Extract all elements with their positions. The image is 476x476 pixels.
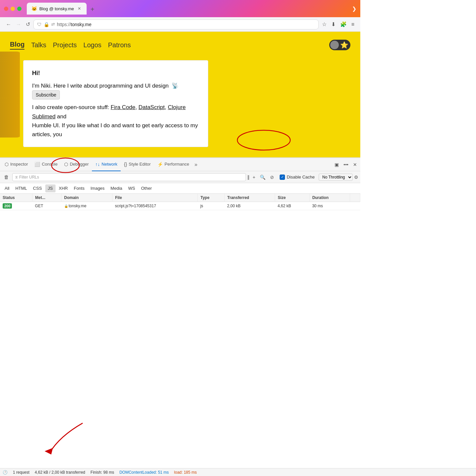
filter-tabs-bar: All HTML CSS JS XHR Fonts Images Media W… [0,183,360,194]
tab-console[interactable]: ⬜ Console [31,158,61,171]
filter-images[interactable]: Images [88,184,107,192]
col-domain: Domain [61,194,112,202]
intro-line1: I'm Niki. Here I write about programming… [32,81,199,100]
debugger-label: Debugger [70,162,89,167]
url-domain: tonsky.me [71,22,92,27]
col-extra [350,194,360,202]
col-file: File [112,194,198,202]
cell-extra [350,202,360,210]
page-nav: Blog Talks Projects Logos Patrons ⭐ [0,32,360,50]
network-table-container: Status Met... Domain File Type Transferr… [0,194,360,210]
forward-button[interactable]: → [15,20,22,29]
performance-icon: ⚡ [157,162,163,167]
cell-transferred: 2,00 kB [224,202,275,210]
col-transferred: Transferred [224,194,275,202]
nav-patrons[interactable]: Patrons [108,41,131,49]
disable-cache-label[interactable]: Disable Cache [287,175,315,179]
filter-html[interactable]: HTML [13,184,29,192]
cell-domain: 🔒tonsky.me [61,202,112,210]
inspector-icon: ⬡ [5,162,9,167]
devtools-actions: ▣ ••• ✕ [333,161,359,169]
browser-window: 🐱 Blog @ tonsky.me ✕ + ❯ ← → ↺ 🛡 🔒 ⇄ htt… [0,0,360,276]
traffic-light-red[interactable] [4,7,8,11]
active-tab[interactable]: 🐱 Blog @ tonsky.me ✕ [27,3,87,15]
tab-title: Blog @ tonsky.me [39,6,74,11]
network-table: Status Met... Domain File Type Transferr… [0,194,360,210]
filter-all[interactable]: All [2,184,12,192]
col-size: Size [275,194,309,202]
cell-size: 4,62 kB [275,202,309,210]
cell-type: js [198,202,224,210]
tab-close-icon[interactable]: ✕ [77,6,82,11]
filter-js[interactable]: JS [45,184,56,192]
filter-css[interactable]: CSS [30,184,45,192]
subscribe-button[interactable]: Subscribe [32,90,60,99]
intro-box: Hi! I'm Niki. Here I write about program… [23,60,208,147]
intro-line3: Humble UI. If you like what I do and wan… [32,121,199,139]
star-button[interactable]: ☆ [321,20,328,29]
url-bar[interactable]: 🛡 🔒 ⇄ https://tonsky.me [33,20,319,29]
options-button[interactable]: ••• [341,161,350,169]
shield-icon: 🛡 [37,22,42,27]
filter-input[interactable]: ⧖ Filter URLs [12,173,246,181]
filter-media[interactable]: Media [108,184,125,192]
tab-bar: 🐱 Blog @ tonsky.me ✕ + [27,3,349,15]
devtools-empty-space [0,210,360,276]
cell-file: script.js?t=1708545317 [112,202,198,210]
devtools-panel: ⬡ Inspector ⬜ Console ⬡ Debugger ↑↓ Netw… [0,157,360,276]
close-devtools-button[interactable]: ✕ [351,161,359,169]
network-toolbar: 🗑 ⧖ Filter URLs ‖ + 🔍 ⊘ ✓ Disable Cache … [0,171,360,183]
link-fira-code[interactable]: Fira Code [111,104,136,110]
network-settings-button[interactable]: ⚙ [354,175,358,180]
nav-logos[interactable]: Logos [83,41,101,49]
filter-xhr[interactable]: XHR [56,184,70,192]
tab-network[interactable]: ↑↓ Network [92,158,121,171]
toggle-sun-icon: ⭐ [340,41,348,49]
dock-button[interactable]: ▣ [333,161,341,169]
disable-cache-checkbox[interactable]: ✓ [280,175,285,180]
lock-icon: 🔒 [44,22,49,27]
tab-performance[interactable]: ⚡ Performance [154,158,192,171]
disable-cache-area: ✓ Disable Cache [277,175,317,180]
filter-ws[interactable]: WS [126,184,138,192]
debugger-icon: ⬡ [64,162,68,167]
nav-projects[interactable]: Projects [53,41,77,49]
tab-favicon: 🐱 [31,6,37,11]
traffic-light-green[interactable] [17,7,21,11]
title-bar: 🐱 Blog @ tonsky.me ✕ + ❯ [0,0,360,17]
tab-debugger[interactable]: ⬡ Debugger [61,158,92,171]
rss-icon: 📡 [172,83,178,89]
connection-icon: ⇄ [51,22,55,27]
tab-inspector[interactable]: ⬡ Inspector [1,158,31,171]
link-datascript[interactable]: DataScript [139,104,165,110]
col-status: Status [0,194,32,202]
extensions-button[interactable]: 🧩 [339,20,348,29]
search-button[interactable]: 🔍 [258,174,267,180]
traffic-light-yellow[interactable] [11,7,15,11]
download-button[interactable]: ⬇ [330,20,337,29]
menu-button[interactable]: ≡ [350,20,356,29]
network-label: Network [101,162,117,167]
col-type: Type [198,194,224,202]
reload-button[interactable]: ↺ [24,20,31,29]
more-tabs-icon[interactable]: » [192,160,199,170]
pause-recording-button[interactable]: ‖ [247,175,250,180]
table-row[interactable]: 200 GET 🔒tonsky.me script.js?t=170854531… [0,202,360,210]
cell-status: 200 [0,202,32,210]
filter-icon: ⧖ [15,175,18,179]
filter-other[interactable]: Other [139,184,155,192]
nav-talks[interactable]: Talks [31,41,46,49]
add-filter-button[interactable]: + [251,174,257,180]
nav-bar: ← → ↺ 🛡 🔒 ⇄ https://tonsky.me ☆ ⬇ 🧩 ≡ [0,17,360,32]
back-button[interactable]: ← [5,20,13,29]
theme-toggle[interactable]: ⭐ [329,40,350,50]
style-editor-label: Style Editor [129,162,150,167]
chevron-icon: ❯ [352,6,356,12]
throttle-select[interactable]: No Throttling [319,174,353,181]
lock-small-icon: 🔒 [64,204,68,208]
tab-style-editor[interactable]: {} Style Editor [121,158,154,171]
new-tab-button[interactable]: + [88,4,97,15]
filter-fonts[interactable]: Fonts [71,184,87,192]
block-url-button[interactable]: ⊘ [268,174,276,180]
clear-requests-button[interactable]: 🗑 [2,174,11,180]
